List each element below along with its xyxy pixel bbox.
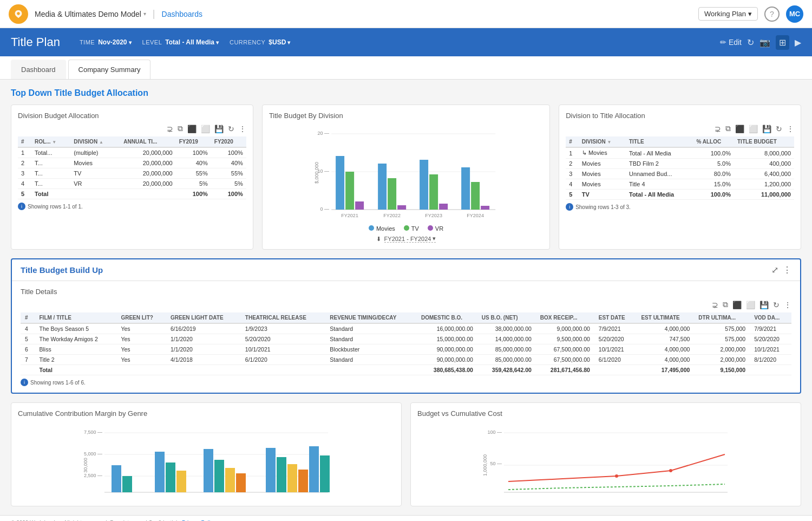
more-icon[interactable]: ⋮ <box>239 125 246 133</box>
import-icon[interactable]: ⬜ <box>201 125 210 133</box>
bt-col-theatrical: THEATRICAL RELEASE <box>241 312 326 323</box>
table-row: 3T...TV20,000,00055%55% <box>18 168 246 179</box>
svg-point-41 <box>615 474 618 478</box>
title-bar-actions: ✏ Edit ↻ 📷 ⊞ ▶ <box>720 35 801 50</box>
table-row: 1Total...(multiple)20,000,000100%100% <box>18 147 246 158</box>
workday-logo <box>9 4 28 24</box>
chart-legend: Movies TV VR <box>269 225 543 232</box>
more-menu-icon[interactable]: ⋮ <box>783 265 791 275</box>
svg-text:100 —: 100 — <box>487 429 502 435</box>
svg-rect-26 <box>214 460 224 492</box>
filter-icon[interactable]: ⊋ <box>167 125 173 133</box>
svg-text:$,000,000: $,000,000 <box>314 162 319 184</box>
currency-filter[interactable]: CURRENCY $USD ▾ <box>230 38 290 46</box>
filter-icon-3[interactable]: ⊋ <box>712 301 718 309</box>
tab-dashboard[interactable]: Dashboard <box>11 60 66 79</box>
col-rol[interactable]: ROL... ▼ <box>31 136 70 147</box>
dt-col-num: # <box>566 136 579 147</box>
chart-filter[interactable]: ⬇ FY2021 - FY2024 ▾ <box>269 235 543 243</box>
camera-icon[interactable]: 📷 <box>759 37 770 48</box>
top-cards-row: Division Budget Allocation ⊋ ⧉ ⬛ ⬜ 💾 ↻ ⋮… <box>11 105 801 250</box>
bt-col-greenlit: GREEN LIT? <box>116 312 166 323</box>
footer: © 2020 Workday, Inc. All rights reserved… <box>0 515 812 521</box>
refresh-icon-2[interactable]: ↻ <box>776 125 782 133</box>
bt-col-vod: VOD DA... <box>750 312 791 323</box>
export-icon[interactable]: ⬛ <box>187 125 197 133</box>
dt-col-title: TITLE <box>626 136 693 147</box>
dt-col-alloc: % ALLOC <box>693 136 734 147</box>
division-budget-card: Division Budget Allocation ⊋ ⧉ ⬛ ⬜ 💾 ↻ ⋮… <box>11 105 253 250</box>
svg-text:0 —: 0 — <box>320 206 329 212</box>
save-icon-3[interactable]: 💾 <box>759 301 769 309</box>
buildup-showing: i Showing rows 1-6 of 6. <box>21 379 791 386</box>
dt-col-division[interactable]: DIVISION ▼ <box>579 136 626 147</box>
refresh-icon-3[interactable]: ↻ <box>773 301 780 309</box>
app-name[interactable]: Media & Ultimates Demo Model ▾ <box>35 10 146 18</box>
col-division[interactable]: DIVISION ▲ <box>70 136 120 147</box>
table-row: 6 Bliss Yes 1/1/2020 10/1/2021 Blockbust… <box>21 344 791 355</box>
svg-point-42 <box>669 469 672 472</box>
division-budget-table: # ROL... ▼ DIVISION ▲ ANNUAL TI... FY201… <box>18 136 246 199</box>
refresh-icon[interactable]: ↻ <box>747 37 754 48</box>
cumulative-margin-chart: 7,500 — 5,000 — 2,500 — 30,000 <box>18 422 395 498</box>
save-icon[interactable]: 💾 <box>214 125 224 133</box>
bt-col-num: # <box>21 312 35 323</box>
edit-button[interactable]: ✏ Edit <box>720 38 742 47</box>
bar-vr-2021 <box>355 201 364 210</box>
svg-text:1,000,000: 1,000,000 <box>482 454 488 476</box>
division-title-table: # DIVISION ▼ TITLE % ALLOC TITLE BUDGET … <box>566 136 794 200</box>
working-plan-button[interactable]: Working Plan ▾ <box>698 7 758 21</box>
table-row: 4MoviesTitle 415.0%1,200,000 <box>566 179 794 190</box>
division-title-title: Division to Title Allocation <box>566 112 794 120</box>
svg-rect-34 <box>320 455 330 492</box>
more-icon-2[interactable]: ⋮ <box>787 125 794 133</box>
bt-col-domestic: DOMESTIC B.O. <box>417 312 477 323</box>
svg-rect-21 <box>122 476 132 492</box>
svg-text:5,000 —: 5,000 — <box>84 451 102 457</box>
level-filter[interactable]: LEVEL Total - All Media ▾ <box>142 38 219 46</box>
svg-rect-23 <box>166 463 175 492</box>
division-title-card: Division to Title Allocation ⊋ ⧉ ⬛ ⬜ 💾 ↻… <box>559 105 801 250</box>
copy-icon[interactable]: ⧉ <box>178 124 183 133</box>
bar-movies-2024 <box>461 167 470 210</box>
svg-text:50 —: 50 — <box>490 461 502 466</box>
table-row: 7 Title 2 Yes 4/1/2018 6/1/2020 Standard… <box>21 355 791 365</box>
import-icon-3[interactable]: ⬜ <box>746 301 755 309</box>
export-icon-3[interactable]: ⬛ <box>732 301 742 309</box>
title-budget-buildup-section: Title Budget Build Up ⤢ ⋮ Title Details … <box>11 258 801 394</box>
time-filter[interactable]: TIME Nov-2020 ▾ <box>80 38 132 46</box>
cumulative-margin-card: Cumulative Contribution Margin by Genre … <box>11 402 402 506</box>
bt-col-estdate: EST DATE <box>594 312 637 323</box>
help-button[interactable]: ? <box>764 6 780 22</box>
export-icon-2[interactable]: ⬛ <box>735 125 744 133</box>
import-icon-2[interactable]: ⬜ <box>749 125 758 133</box>
copy-icon-2[interactable]: ⧉ <box>725 124 731 133</box>
svg-rect-31 <box>287 464 297 492</box>
avatar[interactable]: MC <box>786 5 803 23</box>
svg-rect-22 <box>155 452 165 492</box>
buildup-inner: Title Details ⊋ ⧉ ⬛ ⬜ 💾 ↻ ⋮ # FILM / TIT… <box>12 281 800 393</box>
col-fy2019: FY2019 <box>176 136 211 147</box>
main-content: Top Down Title Budget Allocation Divisio… <box>0 80 812 515</box>
video-icon[interactable]: ▶ <box>795 37 801 48</box>
dashboards-link[interactable]: Dashboards <box>162 10 203 18</box>
expand-icon[interactable]: ⤢ <box>771 265 778 275</box>
grid-icon[interactable]: ⊞ <box>776 35 789 50</box>
table-row: 1↳ MoviesTotal - All Media100.0%8,000,00… <box>566 147 794 159</box>
bar-tv-2021 <box>345 172 354 210</box>
division-budget-title: Division Budget Allocation <box>18 112 246 120</box>
refresh-table-icon[interactable]: ↻ <box>228 125 234 133</box>
division-title-showing: i Showing rows 1-3 of 3. <box>566 203 794 211</box>
bar-movies-2021 <box>336 156 344 210</box>
bt-col-dtr: DTR ULTIMA... <box>694 312 750 323</box>
filter-icon-2[interactable]: ⊋ <box>715 125 721 133</box>
svg-text:30,000: 30,000 <box>83 458 88 473</box>
save-icon-2[interactable]: 💾 <box>762 125 771 133</box>
copy-icon-3[interactable]: ⧉ <box>723 300 728 309</box>
table-row: 4T...VR20,000,0005%5% <box>18 179 246 189</box>
bar-tv-2022 <box>388 178 396 210</box>
tab-company-summary[interactable]: Company Summary <box>68 60 151 79</box>
buildup-toolbar: ⊋ ⧉ ⬛ ⬜ 💾 ↻ ⋮ <box>21 300 791 309</box>
more-icon-3[interactable]: ⋮ <box>784 301 791 309</box>
title-details-label: Title Details <box>21 288 791 296</box>
